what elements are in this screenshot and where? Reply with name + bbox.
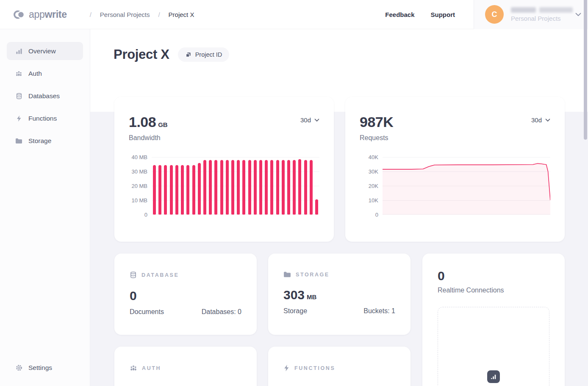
bandwidth-label: Bandwidth <box>129 134 168 142</box>
realtime-empty-state: No data to show Get started with Realtim… <box>438 307 549 386</box>
documents-count: 0 <box>130 289 241 303</box>
functions-category-label: FUNCTIONS <box>294 365 335 371</box>
lightning-icon <box>283 364 290 372</box>
bandwidth-bar <box>170 165 173 215</box>
chevron-down-icon <box>314 119 319 122</box>
bandwidth-bar <box>270 160 273 215</box>
appwrite-logo[interactable]: appwrite <box>14 9 67 20</box>
database-icon <box>130 271 137 278</box>
y-tick-label: 20 MB <box>131 183 147 189</box>
requests-plot <box>383 157 550 215</box>
chevron-down-icon <box>545 119 550 122</box>
lightning-icon <box>15 115 22 122</box>
folder-icon <box>283 271 291 278</box>
copy-icon <box>185 52 191 58</box>
top-bar: appwrite / Personal Projects / Project X… <box>0 0 588 29</box>
bandwidth-range-select[interactable]: 30d <box>300 116 319 124</box>
sidebar-spacer <box>0 152 90 356</box>
bandwidth-bar <box>293 160 296 215</box>
bandwidth-bar <box>164 165 167 215</box>
database-category-label: DATABASE <box>141 272 179 278</box>
bandwidth-bar <box>158 165 161 215</box>
bandwidth-chart: 40 MB30 MB20 MB10 MB0 <box>129 157 319 215</box>
gear-icon <box>15 364 22 371</box>
project-id-badge[interactable]: Project ID <box>178 47 230 62</box>
bandwidth-bar <box>315 199 318 215</box>
top-nav: Feedback Support <box>385 11 455 18</box>
bandwidth-bar <box>310 160 313 215</box>
bandwidth-bar <box>276 160 279 215</box>
bandwidth-bar <box>198 163 201 215</box>
requests-y-axis: 40K30K20K10K0 <box>360 157 383 215</box>
bandwidth-bar <box>214 160 217 215</box>
bandwidth-bar <box>186 165 189 215</box>
bandwidth-value: 1.08GB <box>129 114 168 130</box>
storage-category-label: STORAGE <box>296 272 330 278</box>
logo-wordmark: appwrite <box>29 9 67 20</box>
sidebar-item-label: Auth <box>28 70 42 77</box>
databases-count: Databases: 0 <box>202 308 241 316</box>
sidebar-item-settings[interactable]: Settings <box>7 358 83 377</box>
bandwidth-plot <box>152 157 319 215</box>
bandwidth-bar <box>220 160 223 215</box>
user-menu[interactable]: C Personal Projects <box>474 0 588 29</box>
realtime-label: Realtime Connections <box>438 287 549 294</box>
sidebar-item-label: Databases <box>28 92 60 100</box>
chevron-down-icon <box>575 13 581 17</box>
bandwidth-bar <box>265 160 268 215</box>
storage-unit: MB <box>307 293 316 301</box>
y-tick-label: 10K <box>369 197 378 204</box>
chart-placeholder-icon <box>487 370 500 383</box>
bandwidth-card: 1.08GB Bandwidth 30d 40 MB30 MB20 MB10 M… <box>114 97 334 242</box>
sidebar-item-label: Storage <box>28 137 51 145</box>
y-tick-label: 40 MB <box>131 154 147 160</box>
bar-chart-icon <box>15 47 22 55</box>
bandwidth-bar <box>248 160 251 215</box>
bandwidth-bar <box>153 165 156 215</box>
sidebar-item-label: Functions <box>28 115 57 122</box>
support-link[interactable]: Support <box>431 11 455 18</box>
storage-card[interactable]: STORAGE 303MB Storage Buckets: 1 <box>268 254 410 335</box>
breadcrumb-current[interactable]: Project X <box>169 11 194 18</box>
breadcrumb-parent[interactable]: Personal Projects <box>100 11 150 18</box>
auth-card[interactable]: AUTH <box>114 347 257 386</box>
y-tick-label: 40K <box>369 154 378 160</box>
users-icon <box>15 70 22 77</box>
y-tick-label: 20K <box>369 183 378 189</box>
auth-category-label: AUTH <box>142 365 161 371</box>
sidebar-item-storage[interactable]: Storage <box>7 132 83 150</box>
breadcrumb-separator: / <box>90 11 92 18</box>
sidebar-item-label: Settings <box>28 364 52 372</box>
bandwidth-bar <box>282 160 285 215</box>
y-tick-label: 30K <box>369 168 378 175</box>
bandwidth-bar <box>231 160 234 215</box>
page-title: Project X <box>114 47 169 62</box>
requests-line <box>383 157 550 215</box>
documents-label: Documents <box>130 308 164 316</box>
requests-range-select[interactable]: 30d <box>531 116 550 124</box>
bandwidth-y-axis: 40 MB30 MB20 MB10 MB0 <box>129 157 152 215</box>
sidebar-item-databases[interactable]: Databases <box>7 87 83 105</box>
realtime-card: 0 Realtime Connections No data to show G… <box>422 254 565 386</box>
user-name-redacted <box>511 7 573 13</box>
storage-label: Storage <box>283 307 307 315</box>
bandwidth-bar <box>287 160 290 215</box>
bandwidth-bar <box>304 160 307 215</box>
y-tick-label: 0 <box>375 212 378 218</box>
feedback-link[interactable]: Feedback <box>385 11 414 18</box>
bandwidth-bar <box>181 165 184 215</box>
functions-card[interactable]: FUNCTIONS <box>268 347 410 386</box>
realtime-count: 0 <box>438 269 549 283</box>
scrollbar-thumb[interactable] <box>584 0 587 140</box>
database-card[interactable]: DATABASE 0 Documents Databases: 0 <box>114 254 257 335</box>
bandwidth-bar <box>254 160 257 215</box>
bandwidth-bar <box>175 165 178 215</box>
appwrite-logo-icon <box>14 9 25 20</box>
sidebar-item-auth[interactable]: Auth <box>7 64 83 83</box>
sidebar-item-functions[interactable]: Functions <box>7 109 83 127</box>
bandwidth-bar <box>226 160 229 215</box>
bandwidth-bar <box>237 160 240 215</box>
gridline <box>152 157 319 157</box>
sidebar-item-overview[interactable]: Overview <box>7 42 83 60</box>
database-icon <box>15 92 22 99</box>
